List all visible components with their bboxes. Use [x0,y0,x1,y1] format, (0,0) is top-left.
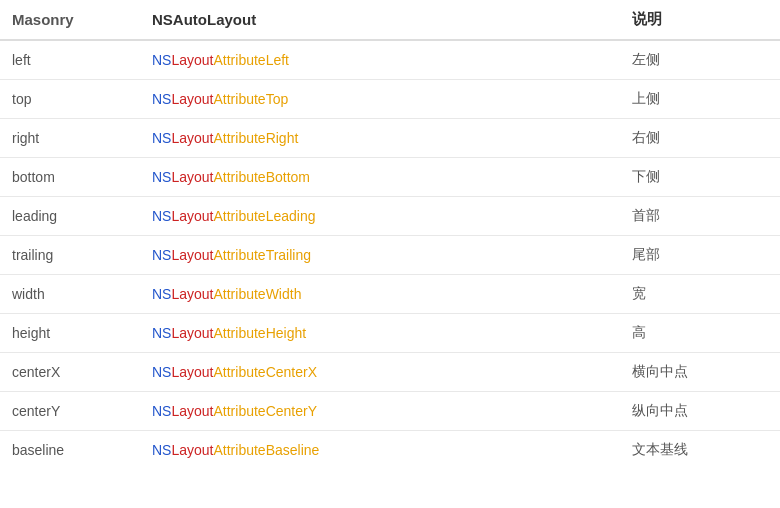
table-row: baselineNSLayoutAttributeBaseline文本基线 [0,431,780,470]
cell-nsautolayout: NSLayoutAttributeTop [140,80,620,119]
cell-nsautolayout: NSLayoutAttributeWidth [140,275,620,314]
cell-masonry: top [0,80,140,119]
header-nsautolayout: NSAutoLayout [140,0,620,40]
cell-masonry: centerY [0,392,140,431]
cell-description: 高 [620,314,780,353]
cell-description: 尾部 [620,236,780,275]
table-row: centerYNSLayoutAttributeCenterY纵向中点 [0,392,780,431]
cell-nsautolayout: NSLayoutAttributeLeft [140,40,620,80]
cell-nsautolayout: NSLayoutAttributeLeading [140,197,620,236]
cell-description: 横向中点 [620,353,780,392]
table-row: centerXNSLayoutAttributeCenterX横向中点 [0,353,780,392]
cell-masonry: centerX [0,353,140,392]
table-row: leftNSLayoutAttributeLeft左侧 [0,40,780,80]
cell-description: 右侧 [620,119,780,158]
comparison-table: Masonry NSAutoLayout 说明 leftNSLayoutAttr… [0,0,780,469]
table-row: trailingNSLayoutAttributeTrailing尾部 [0,236,780,275]
table-row: widthNSLayoutAttributeWidth宽 [0,275,780,314]
cell-nsautolayout: NSLayoutAttributeBaseline [140,431,620,470]
header-masonry: Masonry [0,0,140,40]
cell-masonry: width [0,275,140,314]
cell-masonry: right [0,119,140,158]
table-row: rightNSLayoutAttributeRight右侧 [0,119,780,158]
table-header-row: Masonry NSAutoLayout 说明 [0,0,780,40]
cell-nsautolayout: NSLayoutAttributeRight [140,119,620,158]
table-row: topNSLayoutAttributeTop上侧 [0,80,780,119]
cell-masonry: height [0,314,140,353]
cell-description: 纵向中点 [620,392,780,431]
cell-nsautolayout: NSLayoutAttributeTrailing [140,236,620,275]
main-table-container: Masonry NSAutoLayout 说明 leftNSLayoutAttr… [0,0,780,469]
cell-nsautolayout: NSLayoutAttributeBottom [140,158,620,197]
cell-description: 首部 [620,197,780,236]
table-row: bottomNSLayoutAttributeBottom下侧 [0,158,780,197]
cell-description: 上侧 [620,80,780,119]
cell-description: 左侧 [620,40,780,80]
header-description: 说明 [620,0,780,40]
cell-description: 宽 [620,275,780,314]
table-row: leadingNSLayoutAttributeLeading首部 [0,197,780,236]
cell-masonry: leading [0,197,140,236]
cell-masonry: bottom [0,158,140,197]
cell-masonry: baseline [0,431,140,470]
cell-nsautolayout: NSLayoutAttributeCenterX [140,353,620,392]
table-row: heightNSLayoutAttributeHeight高 [0,314,780,353]
cell-nsautolayout: NSLayoutAttributeHeight [140,314,620,353]
cell-masonry: left [0,40,140,80]
cell-description: 下侧 [620,158,780,197]
cell-description: 文本基线 [620,431,780,470]
cell-nsautolayout: NSLayoutAttributeCenterY [140,392,620,431]
cell-masonry: trailing [0,236,140,275]
